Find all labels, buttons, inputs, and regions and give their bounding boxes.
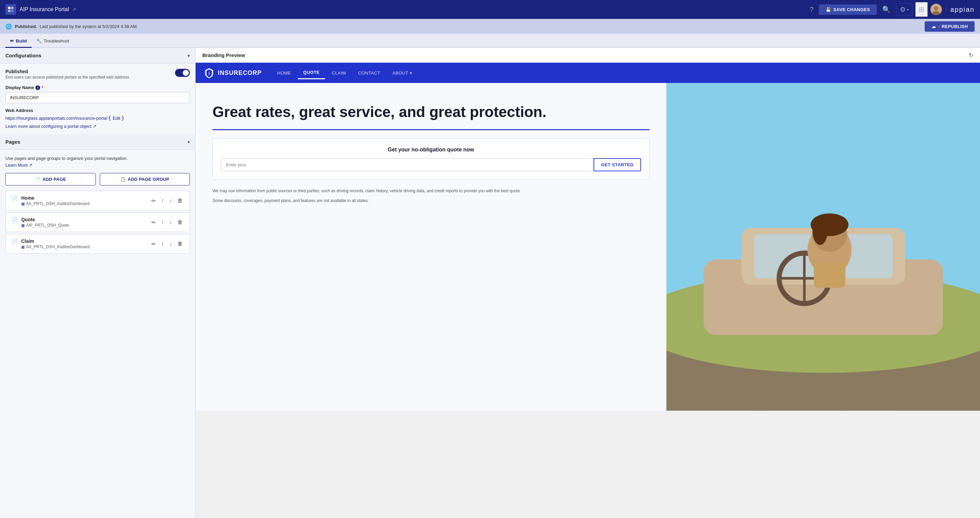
configurations-content: Published End users can access published… (0, 64, 195, 134)
page-icon-home: 📄 (11, 195, 18, 202)
tab-build-label: Build (16, 38, 27, 43)
svg-rect-2 (8, 10, 10, 12)
portal-nav-claim[interactable]: CLAIM (326, 67, 352, 79)
portal-hero: Great rates, great service, and great pr… (196, 83, 980, 411)
pages-desc: Use pages and page groups to organize yo… (5, 155, 190, 168)
pages-chevron-icon: ▾ (188, 139, 190, 145)
portal-nav-contact[interactable]: CONTACT (353, 67, 385, 79)
portal-nav-home[interactable]: HOME (272, 67, 296, 79)
save-icon: 💾 (826, 7, 831, 12)
pages-content: Use pages and page groups to organize yo… (0, 150, 195, 261)
get-started-button[interactable]: GET STARTED (593, 158, 641, 171)
move-up-quote-button[interactable]: ↑ (160, 219, 165, 226)
appian-logo: appian (946, 6, 975, 13)
web-address-label: Web Address (5, 108, 190, 113)
move-down-home-button[interactable]: ↓ (168, 197, 173, 204)
add-page-group-button[interactable]: 📋 ADD PAGE GROUP (100, 173, 190, 186)
portal-nav-about[interactable]: ABOUT ▾ (387, 67, 417, 79)
page-actions-quote: ✏ ↑ ↓ 🗑 (150, 219, 184, 226)
learn-more-portal-link[interactable]: Learn more about configuring a portal ob… (5, 124, 190, 129)
disclaimer-1: We may use information from public sourc… (212, 188, 649, 194)
page-name-quote: Quote (21, 217, 69, 222)
portal-nav-quote[interactable]: QUOTE (298, 67, 325, 79)
hero-right-image (667, 83, 980, 411)
configurations-title: Configurations (5, 52, 41, 58)
move-up-home-button[interactable]: ↑ (160, 197, 165, 204)
add-page-icon: 📄 (35, 177, 40, 182)
page-sub-quote: ▦ AIP_PRTL_DSH_Quote (21, 223, 69, 228)
page-sub-claim: ▦ AA_PRTL_DSH_AuditorDashboard (21, 245, 90, 249)
external-link-icon[interactable]: ↗ (72, 7, 76, 12)
user-avatar[interactable] (931, 4, 942, 15)
add-page-button[interactable]: 📄 ADD PAGE (5, 173, 96, 186)
settings-button[interactable]: ⚙ ▾ (896, 3, 913, 16)
page-name-home: Home (21, 195, 90, 201)
published-toggle[interactable] (175, 69, 190, 77)
move-down-claim-button[interactable]: ↓ (168, 240, 173, 248)
page-sub-icon-claim: ▦ (21, 245, 25, 249)
disclaimer-2: Some discounts, coverages, payment plans… (212, 198, 649, 204)
svg-point-5 (934, 6, 938, 10)
delete-claim-button[interactable]: 🗑 (176, 240, 184, 248)
page-item-home-left: 📄 Home ▦ AA_PRTL_DSH_AuditorDashboard (11, 195, 90, 206)
hero-left: Great rates, great service, and great pr… (196, 83, 667, 411)
configurations-section-header[interactable]: Configurations ▾ (0, 48, 195, 64)
republish-button[interactable]: ☁ ↑ REPUBLISH (925, 21, 975, 32)
page-item-home: 📄 Home ▦ AA_PRTL_DSH_AuditorDashboard ✏ … (5, 191, 190, 210)
hero-disclaimer: We may use information from public sourc… (212, 188, 649, 204)
edit-home-button[interactable]: ✏ (150, 197, 157, 205)
refresh-icon[interactable]: ↻ (969, 52, 973, 58)
pages-title: Pages (5, 139, 20, 145)
pages-section-header[interactable]: Pages ▾ (0, 134, 195, 150)
add-page-group-icon: 📋 (120, 177, 126, 182)
web-address-link[interactable]: https://hourglass.appianportals.com/insu… (5, 116, 107, 121)
svg-text:i: i (208, 71, 209, 76)
help-button[interactable]: ? (807, 3, 816, 16)
published-status: 🌐 Published. Last published by the syste… (5, 23, 138, 30)
grid-button[interactable]: ⊞ (915, 2, 928, 17)
svg-rect-21 (814, 263, 845, 288)
search-button[interactable]: 🔍 (880, 3, 893, 16)
page-item-claim-left: 📄 Claim ▦ AA_PRTL_DSH_AuditorDashboard (11, 238, 90, 249)
configurations-chevron-icon: ▾ (188, 53, 190, 58)
move-down-quote-button[interactable]: ↓ (168, 219, 173, 226)
add-buttons-row: 📄 ADD PAGE 📋 ADD PAGE GROUP (5, 173, 190, 186)
globe-icon: 🌐 (5, 23, 12, 30)
left-panel: Configurations ▾ Published End users can… (0, 48, 196, 518)
edit-claim-button[interactable]: ✏ (150, 240, 157, 248)
save-changes-button[interactable]: 💾 SAVE CHANGES (819, 5, 877, 15)
portal-shield-icon: i (204, 67, 215, 78)
nav-logo-area: AIP Insurance Portal ↗ (5, 4, 803, 15)
page-icon-quote: 📄 (11, 217, 18, 223)
svg-rect-3 (11, 10, 13, 12)
delete-quote-button[interactable]: 🗑 (176, 219, 184, 226)
pages-learn-more-link[interactable]: Learn More ↗ (5, 162, 32, 168)
published-bar: 🌐 Published. Last published by the syste… (0, 19, 980, 34)
page-actions-claim: ✏ ↑ ↓ 🗑 (150, 240, 184, 248)
main-layout: Configurations ▾ Published End users can… (0, 48, 980, 518)
page-item-quote-left: 📄 Quote ▦ AIP_PRTL_DSH_Quote (11, 217, 69, 228)
nav-right-area: ? 💾 SAVE CHANGES 🔍 ⚙ ▾ ⊞ appian (807, 2, 975, 17)
published-bold: Published. (15, 24, 37, 29)
quote-input-row: GET STARTED (221, 158, 641, 171)
preview-title: Branding Preview (202, 52, 245, 58)
gear-icon: ⚙ (900, 5, 906, 13)
hero-divider (212, 129, 649, 130)
delete-home-button[interactable]: 🗑 (176, 197, 184, 204)
move-up-claim-button[interactable]: ↑ (160, 240, 165, 248)
edit-link[interactable]: Edit (113, 116, 120, 121)
published-desc: End users can access published portals a… (5, 75, 129, 79)
page-name-claim: Claim (21, 238, 90, 244)
quote-box-title: Get your no-obligation quote now (221, 147, 641, 153)
page-item-claim-info: Claim ▦ AA_PRTL_DSH_AuditorDashboard (21, 238, 90, 249)
tab-troubleshoot[interactable]: 🔧 Troubleshoot (32, 35, 74, 48)
display-name-input[interactable] (5, 92, 190, 103)
quote-input-field[interactable] (221, 158, 593, 171)
edit-quote-button[interactable]: ✏ (150, 219, 157, 226)
page-item-home-info: Home ▦ AA_PRTL_DSH_AuditorDashboard (21, 195, 90, 206)
tab-troubleshoot-label: Troubleshoot (44, 38, 69, 43)
page-item-quote-info: Quote ▦ AIP_PRTL_DSH_Quote (21, 217, 69, 228)
tab-build[interactable]: ✏ Build (5, 35, 32, 48)
external-icon-pages: ↗ (29, 162, 32, 168)
page-item-quote: 📄 Quote ▦ AIP_PRTL_DSH_Quote ✏ ↑ ↓ 🗑 (5, 213, 190, 232)
